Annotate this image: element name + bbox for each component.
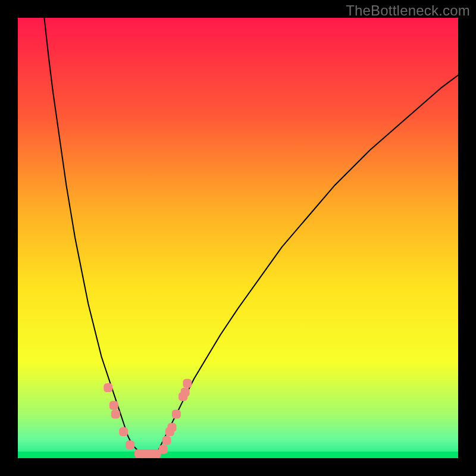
highlight-dot (181, 388, 190, 397)
highlight-dot (162, 436, 171, 445)
highlight-dot (126, 440, 134, 449)
bottom-banding (18, 361, 458, 458)
highlight-dot (159, 445, 168, 454)
highlight-dot (183, 379, 192, 388)
highlight-dot (111, 410, 120, 419)
highlight-dot (168, 423, 177, 432)
plot-area (18, 18, 458, 458)
green-floor (18, 452, 458, 458)
highlight-dot (172, 410, 181, 419)
chart-svg (18, 18, 458, 458)
highlight-dot (109, 401, 118, 410)
watermark-text: TheBottleneck.com (346, 2, 470, 19)
highlight-dot (119, 427, 128, 436)
highlight-dot (104, 383, 112, 392)
chart-frame: TheBottleneck.com (0, 0, 476, 476)
